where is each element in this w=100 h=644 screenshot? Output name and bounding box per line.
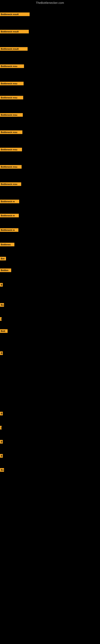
site-title: TheBottlenecker.com	[0, 0, 100, 5]
bar-label: Bottleneck resu	[0, 64, 24, 68]
bar-row: Bottleneck resu	[0, 130, 22, 135]
bar-row: Bottlenec	[0, 243, 14, 247]
bar-label: B	[0, 412, 3, 416]
bar-row: Bottleneck re	[0, 200, 19, 204]
bar-row: Bottleneck resu	[0, 113, 23, 118]
bar-row: Bottleneck resu	[0, 182, 21, 187]
bar-label: Bottleneck re	[0, 228, 18, 232]
bar-row: B	[0, 412, 3, 416]
bar-row: |	[0, 317, 1, 322]
bar-label: Bottleneck resu	[0, 96, 23, 100]
bar-label: B	[0, 283, 3, 286]
bar-label: Bottleneck resu	[0, 165, 22, 169]
bar-label: B	[0, 352, 3, 355]
bar-row: Bottleneck re	[0, 228, 18, 233]
bar-label: Bottleneck re	[0, 214, 19, 217]
bar-row: Bottleneck re	[0, 214, 19, 218]
bar-row: B	[0, 454, 3, 458]
bar-label: Bottleneck resu	[0, 113, 23, 117]
bar-row: Bottleneck resu	[0, 148, 22, 152]
bar-row: B	[0, 283, 3, 288]
bar-label: Bo	[0, 468, 4, 472]
bar-row: Bottleneck resu	[0, 96, 23, 100]
bar-label: Bottleneck resu	[0, 182, 21, 186]
bar-label: Bottleneck resu	[0, 82, 24, 85]
bar-row: B	[0, 352, 3, 356]
bar-row: Bottleneck result	[0, 12, 30, 17]
bar-row: |	[0, 426, 1, 430]
bar-label: Bot	[0, 257, 6, 260]
bar-row: Bo	[0, 468, 4, 472]
bar-row: Bottleneck result	[0, 30, 29, 34]
bar-row: Bo	[0, 303, 4, 308]
bar-row: Bottleneck resu	[0, 64, 24, 69]
bar-row: Bottleneck result	[0, 47, 28, 52]
bar-label: B	[0, 440, 3, 444]
bar-row: Bot	[0, 257, 6, 261]
bar-label: |	[0, 317, 1, 321]
bar-row: Bottleneck resu	[0, 82, 24, 86]
bar-row: Bottleneck resu	[0, 165, 22, 170]
bar-label: Bottleneck result	[0, 30, 29, 34]
bar-label: Bottleneck resu	[0, 148, 22, 151]
bar-label: Bottlenec	[0, 243, 14, 246]
bar-label: Bottlen	[0, 268, 11, 272]
bar-row: B	[0, 440, 3, 444]
bar-row: Bott	[0, 329, 8, 334]
bar-row: Bottlen	[0, 268, 11, 273]
bar-label: Bo	[0, 303, 4, 307]
bar-label: Bottleneck result	[0, 47, 28, 51]
bar-label: Bottleneck result	[0, 12, 30, 16]
bar-label: B	[0, 454, 3, 458]
bar-label: Bottleneck re	[0, 200, 19, 203]
bar-label: |	[0, 426, 1, 430]
bar-label: Bottleneck resu	[0, 130, 22, 134]
bar-label: Bott	[0, 329, 8, 333]
